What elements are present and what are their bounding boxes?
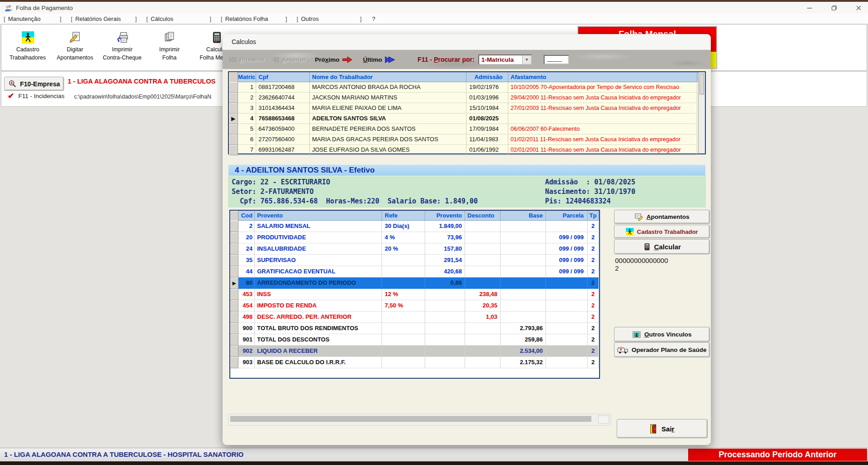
row-selector[interactable]: ▶ [230,277,238,289]
row-selector[interactable] [230,300,238,312]
row-selector[interactable] [229,103,238,114]
admissao-text: Admissão : 01/08/2025 [545,178,635,187]
pay-col-provento[interactable]: Provento [255,211,382,221]
menu-item-calculos[interactable]: [Cálculos] [146,14,211,24]
employee-row[interactable]: 564736059400BERNADETE PEREIRA DOS SANTOS… [229,124,705,134]
pay-row[interactable]: 2SALARIO MENSAL30 Dia(s)1.849,002 [230,221,599,232]
scrollbar-thumb[interactable] [699,74,704,94]
pay-row[interactable]: 454IMPOSTO DE RENDA7,50 %20,352 [230,300,599,312]
employee-row[interactable]: 331014364434MARIA ELIENE PAIXAO DE LIMA1… [229,103,705,114]
pay-row[interactable]: 24INSALUBRIDADE20 %157,80099 / 0992 [230,243,599,255]
dialog-title-bar[interactable]: Calculos [223,34,711,50]
print-cheque-icon [116,31,129,44]
pay-row[interactable]: 902LIQUIDO A RECEBER2.534,002 [230,346,599,357]
cell [465,334,501,346]
pay-row[interactable]: 903BASE DE CALCULO DO I.R.R.F.2.175,322 [230,357,599,368]
pay-row[interactable]: 901TOTAL DOS DESCONTOS259,862 [230,334,599,346]
search-value-input[interactable] [544,55,569,64]
pay-row[interactable]: 453INSS12 %238,482 [230,289,599,300]
digitar-apontamentos-button[interactable]: Digitar Apontamentos [51,27,99,68]
row-selector[interactable] [230,312,238,323]
row-selector[interactable] [230,266,238,277]
pay-col-cod[interactable]: Cod [238,211,255,221]
row-selector[interactable] [230,232,238,243]
cadastro-trabalhador-button[interactable]: Cadastro Trabalhador [614,225,710,238]
col-cpf[interactable]: Cpf [256,72,310,82]
cell [465,221,501,232]
col-afastamento[interactable]: Afastamento [508,72,697,82]
imprimir-contra-cheque-button[interactable]: Imprimir Contra-Cheque [99,27,146,68]
row-selector[interactable] [230,357,238,368]
row-selector[interactable] [229,93,238,103]
f11-incidencias[interactable]: ✔ F11 - Incidencias [8,92,64,100]
pay-col-desconto[interactable]: Desconto [465,211,501,221]
nav-previous-button[interactable]: Anterior [272,56,306,63]
employee-row[interactable]: ▶476588653468ADEILTON SANTOS SILVA01/08/… [229,114,705,124]
maximize-button[interactable] [831,5,837,11]
imprimir-folha-button[interactable]: Imprimir Folha [146,27,193,68]
pay-col-parcela[interactable]: Parcela [546,211,588,221]
pay-row[interactable]: 498DESC. ARREDO. PER. ANTERIOR1,032 [230,312,599,323]
cell: 2 [588,243,599,255]
pay-row[interactable]: 35SUPERVISAO291,54099 / 0992 [230,255,599,266]
minimize-button[interactable] [806,5,813,11]
scrollbar-end-button[interactable] [598,416,609,424]
search-field-select[interactable]: 1-Matricula ▼ [478,54,532,65]
outros-vinculos-button[interactable]: Outros Vinculos [614,327,710,342]
row-selector[interactable]: ▶ [229,114,238,124]
pay-col-provento-value[interactable]: Provento [425,211,465,221]
cell [382,323,425,334]
col-admissao[interactable]: Admissão [466,72,508,82]
cell: ARREDONDAMENTO DO PERIODO [255,277,382,289]
row-selector[interactable] [230,334,238,346]
employee-row[interactable]: 108817200468MARCOS ANTONIO BRAGA DA ROCH… [229,82,705,93]
pay-row[interactable]: 44GRATIFICACAO EVENTUAL420,68099 / 0992 [230,266,599,277]
row-selector[interactable] [230,323,238,334]
row-selector[interactable] [229,124,238,134]
row-selector[interactable] [229,145,238,155]
nav-next-button[interactable]: Próximo [315,56,353,63]
pay-col-base[interactable]: Base [501,211,546,221]
horizontal-scrollbar[interactable] [228,414,611,425]
nav-first-button[interactable]: Primeiro [229,56,264,63]
employee-row[interactable]: 627207560400MARIA DAS GRACAS PEREIRA DOS… [229,134,705,145]
menu-item-relatorios-folha[interactable]: [Relatórios Folha] [221,14,287,24]
chevron-down-icon[interactable]: ▼ [522,55,531,64]
menu-item-outros[interactable]: [Outros] [297,14,362,24]
operador-plano-saude-button[interactable]: Operador Plano de Saúde [614,342,710,357]
menu-item-help[interactable]: ? [372,15,375,22]
menu-item-relatorios-gerais[interactable]: [Relatórios Gerais] [71,14,137,24]
row-selector[interactable] [229,134,238,145]
pay-row[interactable]: ▶80ARREDONDAMENTO DO PERIODO0,882 [230,277,599,289]
col-nome[interactable]: Nome do Trabalhador [310,72,466,82]
col-matric[interactable]: Matric. [238,72,256,82]
pay-col-refe[interactable]: Refe [382,211,425,221]
calcular-button[interactable]: Calcular [614,239,710,254]
cell: 900 [238,323,255,334]
nav-last-button[interactable]: Último [363,56,396,63]
pay-col-tp[interactable]: Tp [588,211,599,221]
row-selector[interactable] [230,243,238,255]
cadastro-trabalhadores-button[interactable]: Cadastro Trabalhadores [4,27,51,68]
menu-item-manutencao[interactable]: [Manutenção] [4,14,61,24]
pay-row[interactable]: 20PRODUTIVIDADE4 %73,96099 / 0992 [230,232,599,243]
cell: 20 [238,232,255,243]
cell: 69931062487 [256,145,310,155]
row-selector[interactable] [230,255,238,266]
sair-button[interactable]: Sair [617,419,708,438]
employee-row[interactable]: 223626640744JACKSON MARIANO MARTINS01/03… [229,93,705,103]
cell: 2 [588,266,599,277]
employee-row[interactable]: 769931062487JOSE EUFRASIO DA SILVA GOMES… [229,145,705,155]
apontamentos-button[interactable]: Apontamentos [614,210,710,224]
employee-grid-scrollbar[interactable] [698,72,705,153]
row-selector[interactable] [229,82,238,93]
row-selector[interactable] [230,346,238,357]
row-selector[interactable] [230,289,238,300]
f10-empresa-button[interactable]: F10-Empresa [4,77,64,91]
cell: 76588653468 [256,114,310,124]
scrollbar-thumb[interactable] [230,416,591,422]
cell [425,300,465,312]
pay-row[interactable]: 900TOTAL BRUTO DOS RENDIMENTOS2.793,862 [230,323,599,334]
row-selector[interactable] [230,221,238,232]
close-icon[interactable] [855,5,862,11]
